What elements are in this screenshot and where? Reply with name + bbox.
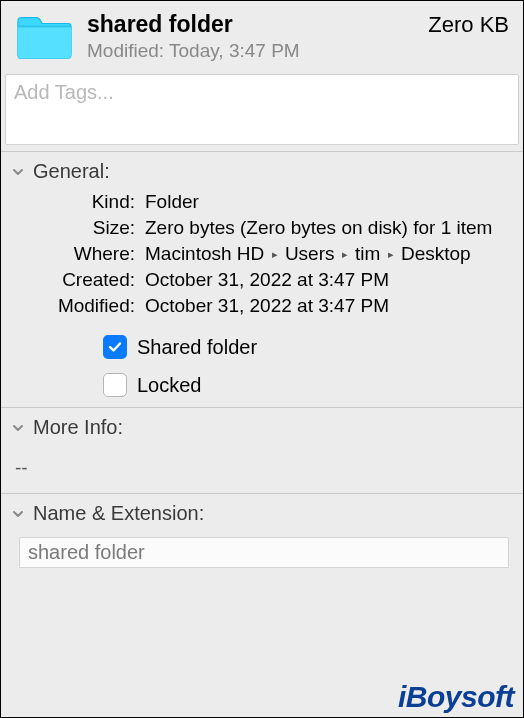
- general-heading: General:: [33, 160, 110, 183]
- nameext-section: Name & Extension:: [1, 493, 523, 568]
- info-header: shared folder Zero KB Modified: Today, 3…: [1, 1, 523, 70]
- kind-value: Folder: [145, 191, 513, 213]
- moreinfo-disclosure[interactable]: More Info:: [11, 414, 513, 447]
- shared-folder-row: Shared folder: [103, 335, 513, 359]
- moreinfo-section: More Info: --: [1, 407, 523, 493]
- shared-folder-label: Shared folder: [137, 336, 257, 359]
- size-value: Zero bytes (Zero bytes on disk) for 1 it…: [145, 217, 513, 239]
- moreinfo-content: --: [11, 447, 513, 483]
- svg-rect-0: [18, 25, 71, 27]
- chevron-down-icon: [11, 421, 25, 435]
- created-value: October 31, 2022 at 3:47 PM: [145, 269, 513, 291]
- created-label: Created:: [19, 269, 135, 291]
- folder-size-summary: Zero KB: [428, 12, 509, 38]
- chevron-down-icon: [11, 165, 25, 179]
- modified-label: Modified:: [19, 295, 135, 317]
- chevron-down-icon: [11, 507, 25, 521]
- where-label: Where:: [19, 243, 135, 265]
- general-section: General: Kind: Folder Size: Zero bytes (…: [1, 151, 523, 407]
- shared-folder-checkbox[interactable]: [103, 335, 127, 359]
- folder-icon: [15, 13, 73, 61]
- modified-value: October 31, 2022 at 3:47 PM: [145, 295, 513, 317]
- nameext-disclosure[interactable]: Name & Extension:: [11, 500, 513, 533]
- general-disclosure[interactable]: General:: [11, 158, 513, 191]
- modified-summary: Modified: Today, 3:47 PM: [87, 40, 509, 62]
- kind-label: Kind:: [19, 191, 135, 213]
- size-label: Size:: [19, 217, 135, 239]
- tags-input[interactable]: Add Tags...: [5, 74, 519, 145]
- name-extension-input[interactable]: [19, 537, 509, 568]
- nameext-heading: Name & Extension:: [33, 502, 204, 525]
- locked-row: Locked: [103, 373, 513, 397]
- folder-title: shared folder: [87, 11, 233, 38]
- moreinfo-heading: More Info:: [33, 416, 123, 439]
- where-value: Macintosh HD ▸ Users ▸ tim ▸ Desktop: [145, 243, 513, 265]
- watermark-logo: iBoysoft: [398, 680, 514, 714]
- locked-checkbox[interactable]: [103, 373, 127, 397]
- locked-label: Locked: [137, 374, 202, 397]
